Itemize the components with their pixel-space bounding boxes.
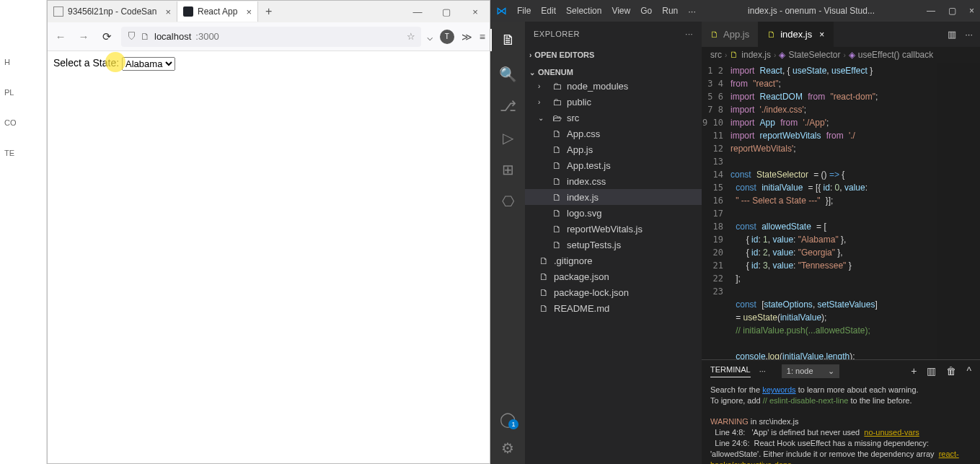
explorer-more-icon[interactable]: ···: [685, 30, 693, 38]
breadcrumb[interactable]: src› 🗋index.js› ◈StateSelector› ◈useEffe…: [702, 47, 980, 63]
file-item[interactable]: 🗋App.js: [525, 141, 702, 157]
chevron-right-icon: ›: [538, 82, 547, 90]
terminal-overflow-icon[interactable]: ···: [759, 367, 766, 375]
new-terminal-icon[interactable]: +: [911, 365, 917, 377]
minimap[interactable]: [937, 63, 980, 359]
menu-overflow-icon[interactable]: ···: [688, 6, 696, 17]
file-item[interactable]: 🗋index.css: [525, 173, 702, 189]
editor-tab[interactable]: 🗋App.js: [702, 22, 759, 47]
file-icon: 🗋: [551, 144, 562, 155]
nav-back-icon[interactable]: ←: [52, 30, 69, 43]
chevron-down-icon: ⌄: [538, 114, 547, 122]
page-content: Select a State: Alabama: [48, 51, 490, 463]
overflow-icon[interactable]: ≫: [462, 31, 472, 43]
address-input[interactable]: ⛉ 🗋 localhost:3000 ☆: [121, 27, 421, 47]
split-editor-icon[interactable]: ▥: [948, 29, 956, 40]
menu-run[interactable]: Run: [662, 6, 678, 16]
account-icon[interactable]: ◯: [500, 411, 516, 428]
file-icon: 🗋: [551, 160, 562, 171]
folder-src[interactable]: ⌄🗁src: [525, 110, 702, 126]
code-editor[interactable]: 1 2 3 4 5 6 7 8 9 10 11 12 13 14 15 16 1…: [702, 63, 980, 359]
minimize-button[interactable]: —: [403, 1, 432, 22]
close-window-button[interactable]: ×: [461, 1, 490, 22]
vscode-title-bar: ⋈ File Edit Selection View Go Run ··· in…: [490, 0, 980, 22]
reload-icon[interactable]: ⟳: [98, 30, 115, 43]
file-icon: 🗋: [538, 271, 549, 282]
file-item[interactable]: 🗋reportWebVitals.js: [525, 221, 702, 237]
bookmark-star-icon[interactable]: ☆: [407, 31, 415, 42]
terminal-output[interactable]: Search for the keywords to learn more ab…: [702, 382, 980, 464]
file-item[interactable]: 🗋.gitignore: [525, 253, 702, 268]
browser-tab-active[interactable]: React App ×: [177, 1, 258, 22]
terminal-selector[interactable]: 1: node⌄: [782, 364, 839, 378]
minimize-button[interactable]: —: [927, 6, 935, 16]
file-icon: 🗋: [551, 240, 562, 250]
sidebar-explorer: EXPLORER ··· › OPEN EDITORS ⌄ ONENUM ›�: [525, 22, 702, 464]
editor-area: 🗋App.js 🗋index.js× ▥ ··· src› 🗋index.js›…: [702, 22, 980, 464]
symbol-icon: ◈: [779, 50, 785, 60]
close-tab-icon[interactable]: ×: [819, 30, 824, 40]
close-tab-icon[interactable]: ×: [165, 6, 171, 17]
settings-gear-icon[interactable]: ⚙: [501, 439, 514, 457]
bg-text: TE: [0, 149, 46, 157]
background-page-strip: H PL CO TE: [0, 0, 47, 464]
shield-icon: ⛉: [127, 31, 136, 42]
remote-icon[interactable]: ⎔: [502, 193, 514, 210]
file-item[interactable]: 🗋logo.svg: [525, 205, 702, 221]
code-content[interactable]: import React, { useState, useEffect } fr…: [730, 63, 937, 359]
menu-go[interactable]: Go: [640, 6, 652, 16]
source-control-icon[interactable]: ⎇: [500, 97, 516, 115]
state-select[interactable]: Alabama: [122, 57, 175, 71]
account-avatar-icon[interactable]: T: [440, 30, 454, 44]
file-item[interactable]: 🗋README.md: [525, 300, 702, 316]
more-actions-icon[interactable]: ···: [965, 29, 973, 40]
file-icon: 🗋: [551, 208, 562, 219]
maximize-panel-icon[interactable]: ^: [966, 365, 971, 377]
close-window-button[interactable]: ×: [969, 6, 974, 16]
menu-view[interactable]: View: [612, 6, 630, 16]
chevron-right-icon: ›: [538, 98, 547, 106]
nav-forward-icon: →: [75, 30, 92, 43]
folder-icon: 🗀: [551, 97, 562, 108]
file-icon: 🗋: [551, 224, 562, 235]
open-editors-section[interactable]: › OPEN EDITORS: [525, 49, 702, 61]
browser-tab[interactable]: 93456l21np - CodeSan ×: [48, 1, 177, 22]
hamburger-menu-icon[interactable]: ≡: [480, 31, 485, 43]
tab-title: 93456l21np - CodeSan: [68, 6, 156, 17]
file-item[interactable]: 🗋setupTests.js: [525, 237, 702, 253]
menu-file[interactable]: File: [517, 6, 531, 16]
editor-tab-active[interactable]: 🗋index.js×: [759, 22, 834, 47]
url-domain: localhost: [154, 31, 191, 42]
terminal-tab[interactable]: TERMINAL: [710, 365, 751, 377]
explorer-icon[interactable]: 🗎: [490, 29, 525, 51]
vscode-window: ⋈ File Edit Selection View Go Run ··· in…: [490, 0, 980, 464]
close-tab-icon[interactable]: ×: [246, 6, 252, 17]
pocket-icon[interactable]: ⌵: [427, 31, 433, 43]
react-favicon-icon: [183, 6, 193, 17]
file-item[interactable]: 🗋package.json: [525, 268, 702, 284]
chevron-down-icon: ⌄: [529, 69, 535, 76]
window-title: index.js - onenum - Visual Stud...: [748, 6, 875, 16]
maximize-button[interactable]: ▢: [432, 1, 461, 22]
project-section[interactable]: ⌄ ONENUM: [525, 66, 702, 78]
kill-terminal-icon[interactable]: 🗑: [946, 365, 956, 377]
search-icon[interactable]: 🔍: [499, 66, 517, 83]
file-item-selected[interactable]: 🗋index.js: [525, 189, 702, 205]
folder-public[interactable]: ›🗀public: [525, 94, 702, 110]
js-file-icon: 🗋: [710, 30, 719, 40]
folder-node-modules[interactable]: ›🗀node_modules: [525, 78, 702, 94]
new-tab-button[interactable]: +: [258, 5, 279, 18]
maximize-button[interactable]: ▢: [948, 6, 956, 16]
file-icon: 🗋: [538, 255, 549, 266]
vscode-logo-icon: ⋈: [496, 4, 507, 17]
tab-title: React App: [198, 6, 237, 17]
split-terminal-icon[interactable]: ▥: [927, 365, 936, 377]
file-item[interactable]: 🗋App.css: [525, 126, 702, 141]
file-item[interactable]: 🗋package-lock.json: [525, 284, 702, 300]
bg-text: CO: [0, 118, 46, 127]
file-item[interactable]: 🗋App.test.js: [525, 157, 702, 173]
menu-selection[interactable]: Selection: [566, 6, 601, 16]
extensions-icon[interactable]: ⊞: [502, 161, 514, 178]
menu-edit[interactable]: Edit: [541, 6, 556, 16]
run-debug-icon[interactable]: ▷: [503, 129, 513, 146]
